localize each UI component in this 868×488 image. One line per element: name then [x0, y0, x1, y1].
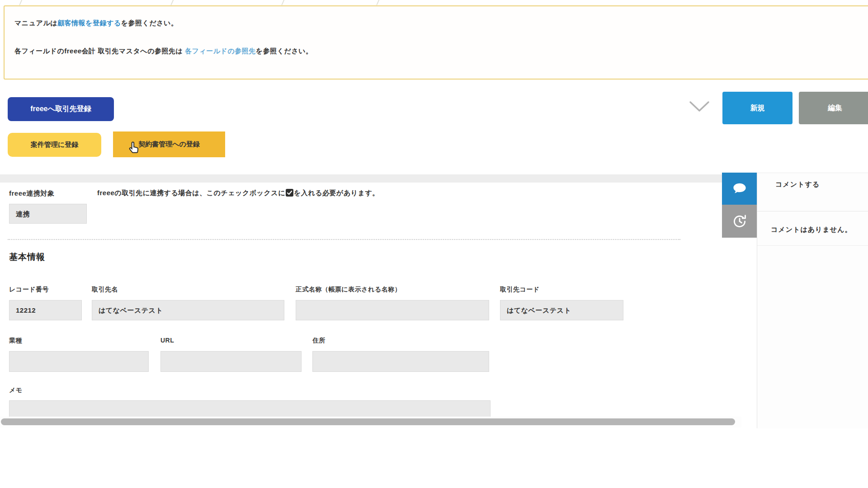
comment-panel: コメントする コメントはありません。	[757, 173, 868, 428]
edit-record-button[interactable]: 編集	[799, 92, 868, 124]
address-label: 住所	[312, 337, 326, 345]
customer-info-manual-link[interactable]: 顧客情報を登録する	[57, 19, 121, 27]
notice-text: マニュアルは	[14, 19, 57, 27]
url-label: URL	[160, 337, 174, 344]
record-section-top-band	[0, 174, 722, 183]
background-tab-edge	[376, 0, 380, 5]
notice-text: を参照ください。	[256, 47, 313, 55]
official-name-label: 正式名称（帳票に表示される名称）	[296, 286, 401, 294]
industry-label: 業種	[9, 337, 22, 345]
contract-register-button[interactable]: 契約書管理への登録	[113, 131, 225, 157]
new-record-button[interactable]: 新規	[722, 92, 793, 124]
background-tab-edge	[19, 0, 23, 5]
chevron-down-icon[interactable]	[689, 100, 710, 113]
notice-text: を参照ください。	[121, 19, 178, 27]
freee-target-label: freee連携対象	[9, 189, 54, 198]
industry-value	[9, 351, 149, 372]
notice-text: 各フィールドのfreee会計 取引先マスタへの参照先は	[14, 47, 185, 55]
partner-name-label: 取引先名	[92, 286, 118, 294]
freee-target-value-box: 連携	[9, 204, 87, 224]
horizontal-scrollbar-track[interactable]	[0, 417, 741, 427]
comment-divider	[757, 245, 868, 246]
address-value	[312, 351, 489, 372]
comment-tab[interactable]	[722, 173, 757, 205]
background-tab-edge	[281, 0, 285, 5]
partner-code-value: はてなベーステスト	[500, 300, 623, 320]
memo-label: メモ	[9, 386, 23, 394]
record-number-value: 12212	[9, 300, 82, 320]
freee-target-desc-pre: freeeの取引先に連携する場合は、このチェックボックスに	[97, 189, 285, 197]
url-value	[160, 351, 302, 372]
comment-empty-message: コメントはありません。	[771, 225, 852, 234]
history-tab[interactable]	[722, 205, 757, 238]
speech-bubble-icon	[732, 182, 747, 196]
notice-line-1: マニュアルは顧客情報を登録するを参照ください。	[14, 19, 178, 28]
partner-code-label: 取引先コード	[500, 286, 540, 294]
record-number-label: レコード番号	[9, 286, 49, 294]
history-clock-icon	[732, 214, 747, 229]
official-name-value	[296, 300, 489, 320]
freee-target-desc-post: を入れる必要があります。	[294, 189, 379, 197]
basic-info-section-title: 基本情報	[9, 251, 45, 263]
partner-name-value: はてなベーステスト	[92, 300, 284, 320]
comment-action-link[interactable]: コメントする	[775, 180, 820, 189]
freee-register-button[interactable]: freeeへ取引先登録	[8, 97, 114, 121]
project-register-button[interactable]: 案件管理に登録	[8, 133, 101, 157]
background-tab-edge	[170, 0, 174, 5]
memo-value-box	[9, 400, 491, 418]
comment-divider	[757, 211, 868, 211]
notice-line-2: 各フィールドのfreee会計 取引先マスタへの参照先は 各フィールドの参照先を参…	[14, 47, 313, 56]
field-reference-link[interactable]: 各フィールドの参照先	[185, 47, 256, 55]
section-divider	[8, 239, 680, 240]
checked-checkbox-icon	[286, 189, 293, 197]
manual-notice-box: マニュアルは顧客情報を登録するを参照ください。 各フィールドのfreee会計 取…	[4, 5, 868, 80]
horizontal-scrollbar-thumb[interactable]	[1, 418, 735, 425]
freee-target-description: freeeの取引先に連携する場合は、このチェックボックスにを入れる必要があります…	[97, 189, 379, 197]
